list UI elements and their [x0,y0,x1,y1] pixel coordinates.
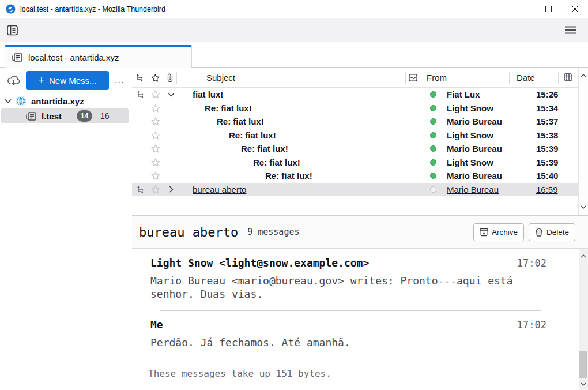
row-date: 15:39 [529,158,578,167]
folder-pane-options-button[interactable]: ... [115,75,124,85]
row-subject: Re: fiat lux! [241,144,288,153]
unread-dot[interactable] [425,118,440,125]
minimize-button[interactable] [508,0,535,18]
window-title: local.test - antartida.xyz - Mozilla Thu… [20,5,165,13]
unread-count-badge: 14 [77,110,92,122]
row-date: 15:37 [529,117,578,126]
row-subject: Re: fiat lux! [265,171,312,181]
row-from: Light Snow [440,130,529,140]
close-button[interactable] [561,0,588,18]
new-message-button[interactable]: + New Mess... [26,71,109,90]
folder-item-ltest[interactable]: l.test 14 16 [1,108,129,123]
column-picker-icon[interactable] [558,72,578,84]
unread-dot[interactable] [425,172,440,179]
message-item[interactable]: Light Snow <light@snow.example.com> 17:0… [132,249,579,311]
star-icon[interactable] [148,143,163,155]
twisty-expand-icon[interactable] [164,186,178,193]
row-from: Fiat Lux [440,89,529,99]
scroll-up-icon[interactable] [579,71,588,80]
row-subject: Re: fiat lux! [229,130,276,140]
tab-bar: local.test - antartida.xyz [0,42,588,68]
message-row-selected[interactable]: bureau aberto Mario Bureau 16:59 [132,183,578,197]
scrollbar-thumb[interactable] [579,351,587,378]
scroll-up-icon[interactable] [579,252,588,261]
row-date: 15:39 [529,144,578,153]
delete-button[interactable]: Delete [529,223,575,241]
thread-list-header: Subject From Date [132,68,578,88]
thread-message-count: 9 messages [247,227,299,237]
star-icon[interactable] [148,116,163,127]
message-time: 17:02 [517,257,546,269]
row-subject: fiat lux! [193,89,223,99]
thread-title: bureau aberto [139,225,238,239]
row-from: Mario Bureau [440,117,529,126]
folder-pane-header: + New Mess... ... [0,68,131,92]
star-icon[interactable] [148,170,163,182]
archive-button[interactable]: Archive [473,223,524,241]
thread-summary-header: bureau aberto 9 messages Archive Delete [132,215,588,249]
message-body: Mario Bureau <mario@bureau.gov> writes: … [150,274,519,301]
attachment-column-icon[interactable] [163,72,177,84]
message-row[interactable]: Re: fiat lux! Light Snow 15:39 [132,156,578,170]
subject-column-header[interactable]: Subject [177,72,405,84]
row-subject: Re: fiat lux! [253,158,300,167]
thread-column-icon[interactable] [132,72,148,84]
unread-dot[interactable] [425,105,440,111]
message-row[interactable]: Re: fiat lux! Mario Bureau 15:40 [132,169,578,183]
message-row[interactable]: Re: fiat lux! Mario Bureau 15:39 [132,142,578,156]
twisty-collapse-icon[interactable] [164,92,178,97]
app-menu-icon[interactable] [565,26,576,34]
row-date: 15:40 [529,171,578,181]
unread-column-icon[interactable] [405,72,420,84]
star-icon[interactable] [148,102,163,114]
star-icon[interactable] [148,89,163,100]
trash-icon [535,228,543,237]
scroll-down-icon[interactable] [579,380,588,389]
newsgroup-icon [12,52,23,62]
plus-icon: + [38,74,44,87]
unread-dot[interactable] [425,159,440,166]
message-row[interactable]: Re: fiat lux! Light Snow 15:34 [132,102,578,115]
star-column-icon[interactable] [148,72,163,84]
from-column-header[interactable]: From [420,72,509,84]
archive-icon [480,228,488,237]
unread-dot[interactable] [425,91,440,97]
delete-label: Delete [546,228,569,237]
message-row[interactable]: Re: fiat lux! Light Snow 15:38 [132,129,578,142]
thread-list-scrollbar[interactable] [578,68,588,215]
message-pane: Light Snow <light@snow.example.com> 17:0… [132,249,588,390]
unread-dot[interactable] [425,145,440,152]
message-from: Me [150,318,163,331]
row-date: 15:38 [529,130,578,140]
row-from: Light Snow [440,158,529,167]
message-pane-scrollbar[interactable] [579,249,588,390]
thunderbird-logo-icon [6,4,16,14]
get-messages-icon[interactable] [7,74,20,87]
messages-size-note: These messages take up 151 bytes. [132,359,579,379]
message-item[interactable]: Me 17:02 Perdão. Já fechamos. Até amanhã… [132,311,579,359]
row-from: Light Snow [440,103,529,113]
row-from: Mario Bureau [440,144,529,153]
row-from: Mario Bureau [440,185,529,194]
window-controls [508,0,588,18]
row-date: 15:34 [529,103,578,113]
date-column-header[interactable]: Date [509,72,558,84]
folder-pane: + New Mess... ... antartida.xyz l.test 1… [0,68,131,390]
tab-label: local.test - antartida.xyz [28,52,119,62]
read-dot[interactable] [425,186,440,193]
tab-local-test[interactable]: local.test - antartida.xyz [5,45,192,68]
star-icon[interactable] [148,156,163,168]
maximize-button[interactable] [535,0,561,18]
account-row[interactable]: antartida.xyz [0,93,131,108]
message-row[interactable]: fiat lux! Fiat Lux 15:26 [132,88,578,102]
message-row[interactable]: Re: fiat lux! Mario Bureau 15:37 [132,115,578,129]
spaces-menu-icon[interactable] [6,24,18,36]
chevron-down-icon[interactable] [5,99,12,103]
row-subject: Re: fiat lux! [205,103,252,113]
window-titlebar: local.test - antartida.xyz - Mozilla Thu… [0,0,588,18]
star-icon[interactable] [148,183,163,195]
new-message-label: New Mess... [49,76,97,85]
scroll-down-icon[interactable] [579,202,588,212]
star-icon[interactable] [148,129,163,141]
unread-dot[interactable] [425,132,440,138]
